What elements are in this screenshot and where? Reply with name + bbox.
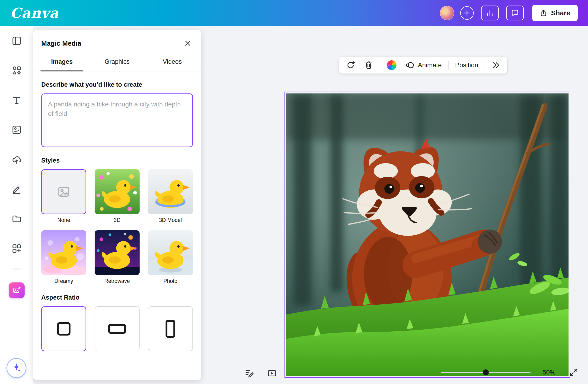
style-thumb-photo[interactable] bbox=[148, 230, 193, 275]
share-button[interactable]: Share bbox=[532, 5, 578, 21]
style-label: Retrowave bbox=[95, 278, 140, 284]
style-label: 3D bbox=[95, 217, 140, 223]
text-icon bbox=[11, 95, 22, 106]
sidebar-item-projects[interactable] bbox=[6, 208, 28, 230]
sidebar-item-apps[interactable] bbox=[6, 237, 28, 260]
style-thumb-none[interactable] bbox=[41, 169, 86, 214]
notes-icon bbox=[244, 368, 254, 378]
panel-title: Magic Media bbox=[41, 40, 81, 47]
style-thumb-3d-model[interactable] bbox=[148, 169, 193, 214]
insights-button[interactable] bbox=[481, 6, 499, 21]
sidebar-item-brand[interactable] bbox=[6, 119, 28, 141]
design-icon bbox=[11, 36, 22, 46]
close-icon bbox=[184, 39, 192, 47]
delete-button[interactable] bbox=[362, 59, 376, 71]
comments-button[interactable] bbox=[506, 6, 524, 21]
style-option-dreamy[interactable]: Dreamy bbox=[41, 230, 86, 284]
sidebar-item-elements[interactable] bbox=[6, 59, 28, 82]
bar-chart-icon bbox=[486, 9, 494, 17]
sidebar-item-text[interactable] bbox=[6, 89, 28, 111]
tab-images[interactable]: Images bbox=[34, 55, 89, 71]
close-panel-button[interactable] bbox=[183, 38, 193, 48]
style-option-none[interactable]: None bbox=[41, 169, 86, 223]
fullscreen-button[interactable] bbox=[567, 366, 580, 378]
style-option-photo[interactable]: Photo bbox=[148, 230, 193, 284]
panel-header: Magic Media bbox=[33, 30, 201, 55]
generate-again-button[interactable] bbox=[344, 59, 357, 71]
magic-media-panel: Magic Media Images Graphics Videos Descr… bbox=[33, 30, 201, 380]
elements-icon bbox=[11, 65, 22, 76]
sidebar-item-uploads[interactable] bbox=[6, 149, 28, 171]
animate-icon bbox=[405, 61, 415, 70]
sidebar-item-magic-media[interactable] bbox=[6, 279, 28, 301]
image-toolbar: Animate Position bbox=[339, 57, 507, 73]
topbar-actions: Share bbox=[440, 5, 578, 21]
aspect-ratio-section-label: Aspect Ratio bbox=[41, 294, 193, 301]
toolbar-divider bbox=[484, 61, 485, 70]
canvas-footer-left bbox=[243, 367, 278, 379]
canvas-image[interactable] bbox=[286, 93, 568, 376]
aspect-option-portrait[interactable] bbox=[148, 306, 193, 351]
magic-media-app-icon bbox=[9, 282, 24, 298]
sidebar-item-draw[interactable] bbox=[6, 178, 28, 200]
aspect-option-square[interactable] bbox=[41, 306, 86, 351]
more-options-button[interactable] bbox=[489, 59, 503, 71]
style-option-3d[interactable]: 3D bbox=[95, 169, 140, 223]
style-thumb-3d[interactable] bbox=[95, 169, 140, 214]
toolbar-divider bbox=[380, 61, 380, 70]
zoom-percentage: 50% bbox=[543, 369, 556, 376]
zoom-controls: 50% bbox=[441, 366, 580, 378]
style-label: Photo bbox=[148, 278, 193, 284]
style-label: Dreamy bbox=[41, 278, 86, 284]
style-option-3d-model[interactable]: 3D Model bbox=[148, 169, 193, 223]
duck-photo-thumbnail bbox=[148, 230, 193, 275]
prompt-input[interactable] bbox=[41, 93, 193, 147]
regenerate-icon bbox=[346, 61, 355, 70]
landscape-ratio-icon bbox=[108, 324, 126, 334]
notes-button[interactable] bbox=[243, 367, 255, 379]
aspect-option-landscape[interactable] bbox=[95, 306, 140, 351]
canva-logo[interactable]: Canva bbox=[10, 6, 59, 20]
apps-grid-icon bbox=[11, 243, 22, 254]
cloud-upload-icon bbox=[11, 154, 22, 165]
sidebar-item-design[interactable] bbox=[6, 30, 28, 52]
sparkle-icon bbox=[11, 363, 22, 373]
canva-assistant-button[interactable] bbox=[6, 358, 26, 378]
position-label: Position bbox=[455, 62, 478, 69]
color-wheel-icon bbox=[387, 60, 397, 70]
style-thumb-dreamy[interactable] bbox=[41, 230, 86, 275]
toolbar-divider bbox=[448, 61, 449, 70]
style-thumb-retrowave[interactable] bbox=[95, 230, 140, 275]
styles-section-label: Styles bbox=[41, 157, 193, 164]
style-option-retrowave[interactable]: Retrowave bbox=[95, 230, 140, 284]
position-button[interactable]: Position bbox=[453, 60, 481, 70]
sidebar bbox=[0, 26, 33, 384]
expand-icon bbox=[569, 368, 578, 377]
animate-button[interactable]: Animate bbox=[403, 59, 444, 71]
zoom-slider[interactable] bbox=[441, 369, 530, 376]
animate-label: Animate bbox=[418, 62, 442, 69]
folder-icon bbox=[11, 213, 22, 224]
pen-icon bbox=[11, 184, 22, 194]
user-avatar[interactable] bbox=[440, 6, 454, 20]
prompt-label: Describe what you’d like to create bbox=[41, 81, 193, 88]
share-label: Share bbox=[551, 9, 570, 17]
tab-videos[interactable]: Videos bbox=[145, 55, 200, 71]
add-member-button[interactable] bbox=[460, 6, 474, 20]
present-button[interactable] bbox=[266, 367, 278, 379]
plus-icon bbox=[463, 9, 471, 17]
color-button[interactable] bbox=[384, 59, 399, 71]
sidebar-divider bbox=[13, 269, 21, 269]
panel-tabs: Images Graphics Videos bbox=[33, 55, 201, 71]
square-ratio-icon bbox=[57, 322, 70, 336]
tab-graphics[interactable]: Graphics bbox=[89, 55, 145, 71]
double-chevron-right-icon bbox=[492, 61, 500, 70]
trash-icon bbox=[364, 61, 373, 70]
zoom-slider-thumb[interactable] bbox=[483, 369, 489, 375]
brand-icon bbox=[11, 125, 22, 135]
style-label: 3D Model bbox=[148, 217, 193, 223]
portrait-ratio-icon bbox=[166, 320, 175, 338]
selection-frame[interactable] bbox=[285, 92, 570, 378]
comment-icon bbox=[511, 9, 519, 17]
duck-retrowave-thumbnail bbox=[95, 230, 140, 275]
